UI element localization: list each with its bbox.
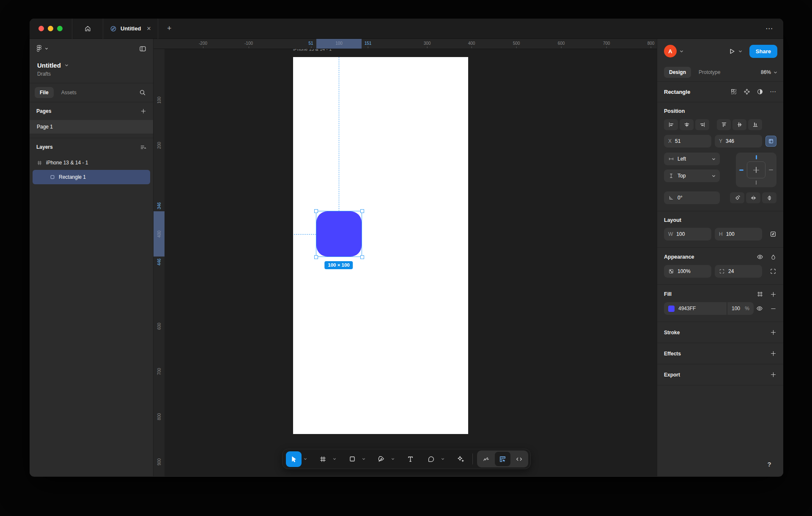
move-tool-menu[interactable] xyxy=(302,451,308,467)
share-button[interactable]: Share xyxy=(749,45,777,58)
text-tool-button[interactable] xyxy=(403,451,418,467)
maximize-window-button[interactable] xyxy=(57,26,63,31)
page-item-page-1[interactable]: Page 1 xyxy=(30,120,153,134)
align-left-button[interactable] xyxy=(664,119,678,130)
frame-tool-button[interactable] xyxy=(315,451,331,467)
create-component-button[interactable] xyxy=(743,88,750,95)
rotation-value: 0° xyxy=(678,195,682,201)
minimize-window-button[interactable] xyxy=(48,26,53,31)
present-options-button[interactable] xyxy=(738,49,742,53)
frame-tool-menu[interactable] xyxy=(332,451,337,467)
horizontal-constraint-select[interactable]: Left xyxy=(664,153,720,165)
constraint-left-pin[interactable] xyxy=(739,169,743,171)
ruler-tick-label: 200 xyxy=(157,142,162,149)
actions-tool-button[interactable] xyxy=(453,451,468,467)
lock-aspect-ratio-button[interactable] xyxy=(770,231,776,238)
add-stroke-button[interactable] xyxy=(770,329,776,336)
comment-tool-menu[interactable] xyxy=(440,451,446,467)
distance-guide-horizontal xyxy=(294,234,316,235)
constraints-widget[interactable] xyxy=(736,153,776,187)
canvas-area[interactable]: 100 -200-10051151300400500600700800 400 … xyxy=(154,39,657,476)
canvas-viewport[interactable]: iPhone 13 & 14 - 1 100 × 100 xyxy=(165,49,657,476)
align-top-button[interactable] xyxy=(717,119,731,130)
add-effect-button[interactable] xyxy=(770,350,776,357)
add-fill-button[interactable] xyxy=(770,291,776,298)
selection-handle-top-left[interactable] xyxy=(314,209,318,213)
align-right-button[interactable] xyxy=(695,119,709,130)
help-button[interactable]: ? xyxy=(763,458,776,470)
close-tab-icon[interactable]: ✕ xyxy=(146,25,151,32)
tab-assets[interactable]: Assets xyxy=(56,87,82,98)
constraint-bottom-pin[interactable] xyxy=(756,180,757,185)
y-position-input[interactable]: Y 346 xyxy=(715,135,762,147)
blend-mode-button[interactable] xyxy=(770,254,776,260)
account-menu-button[interactable] xyxy=(680,49,683,53)
opacity-input[interactable]: 100% xyxy=(664,265,711,278)
fill-opacity-input[interactable]: 100 % xyxy=(727,302,754,315)
pen-tool-menu[interactable] xyxy=(390,451,396,467)
zoom-menu[interactable]: 86% xyxy=(761,69,777,75)
layer-item-rectangle[interactable]: Rectangle 1 xyxy=(33,170,150,184)
document-location[interactable]: Drafts xyxy=(30,70,153,83)
frame-label[interactable]: iPhone 13 & 14 - 1 xyxy=(293,49,332,52)
constraint-top-pin[interactable] xyxy=(756,155,757,159)
present-button[interactable] xyxy=(728,48,735,55)
fill-color-swatch[interactable] xyxy=(668,306,675,312)
tab-prototype[interactable]: Prototype xyxy=(694,67,725,78)
vertical-constraint-select[interactable]: Top xyxy=(664,169,720,182)
layers-options-button[interactable] xyxy=(140,144,146,150)
visibility-button[interactable] xyxy=(757,254,763,260)
window-more-button[interactable]: ⋯ xyxy=(755,24,783,33)
align-vertical-center-button[interactable] xyxy=(732,119,746,130)
height-input[interactable]: H 100 xyxy=(715,228,762,240)
draw-mode-button[interactable] xyxy=(478,452,494,466)
flip-horizontal-button[interactable] xyxy=(746,192,760,203)
rotation-input[interactable]: 0° xyxy=(664,191,720,204)
x-position-input[interactable]: X 51 xyxy=(664,135,711,147)
avatar[interactable]: A xyxy=(664,45,677,57)
object-more-button[interactable]: ⋯ xyxy=(770,88,776,96)
document-title-menu[interactable]: Untitled xyxy=(30,58,153,70)
fill-hex-input[interactable]: 4943FF xyxy=(664,302,727,315)
shape-tool-button[interactable] xyxy=(344,451,360,467)
edit-object-button[interactable] xyxy=(730,88,737,95)
corner-radius-input[interactable]: 24 xyxy=(715,265,762,278)
close-window-button[interactable] xyxy=(38,26,44,31)
selection-handle-bottom-left[interactable] xyxy=(314,255,318,259)
home-button[interactable] xyxy=(72,19,103,39)
search-button[interactable] xyxy=(139,89,148,96)
remove-fill-button[interactable] xyxy=(770,306,776,312)
rotate-90-button[interactable] xyxy=(730,192,744,203)
add-export-button[interactable] xyxy=(770,371,776,378)
pen-tool-button[interactable] xyxy=(373,451,389,467)
ruler-tick-label: -200 xyxy=(199,41,207,46)
add-page-button[interactable] xyxy=(140,108,146,114)
figma-logo-icon xyxy=(36,45,42,52)
file-tab[interactable]: Untitled ✕ xyxy=(103,19,158,39)
width-value: 100 xyxy=(676,231,685,237)
constraint-right-pin[interactable] xyxy=(769,169,773,170)
tab-design[interactable]: Design xyxy=(664,67,691,78)
figma-menu-button[interactable] xyxy=(36,45,48,52)
comment-tool-button[interactable] xyxy=(423,451,439,467)
dev-mode-button[interactable] xyxy=(495,452,510,466)
move-tool-button[interactable] xyxy=(286,451,302,467)
shape-tool-menu[interactable] xyxy=(361,451,367,467)
use-as-mask-button[interactable] xyxy=(757,88,763,95)
fill-styles-button[interactable] xyxy=(757,291,763,298)
toggle-sidebar-button[interactable] xyxy=(139,45,146,52)
effects-header: Effects xyxy=(664,351,681,357)
independent-corners-button[interactable] xyxy=(770,268,776,275)
align-bottom-button[interactable] xyxy=(748,119,762,130)
align-horizontal-center-button[interactable] xyxy=(680,119,694,130)
absolute-position-toggle[interactable] xyxy=(765,136,776,147)
selection-handle-top-right[interactable] xyxy=(360,209,364,213)
code-mode-button[interactable] xyxy=(511,452,527,466)
width-input[interactable]: W 100 xyxy=(664,228,711,240)
layer-item-frame[interactable]: iPhone 13 & 14 - 1 xyxy=(30,156,153,169)
tab-file[interactable]: File xyxy=(35,87,54,98)
fill-visibility-button[interactable] xyxy=(756,305,763,312)
flip-vertical-button[interactable] xyxy=(762,192,776,203)
new-tab-button[interactable]: + xyxy=(158,19,180,39)
selection-handle-bottom-right[interactable] xyxy=(360,255,364,259)
